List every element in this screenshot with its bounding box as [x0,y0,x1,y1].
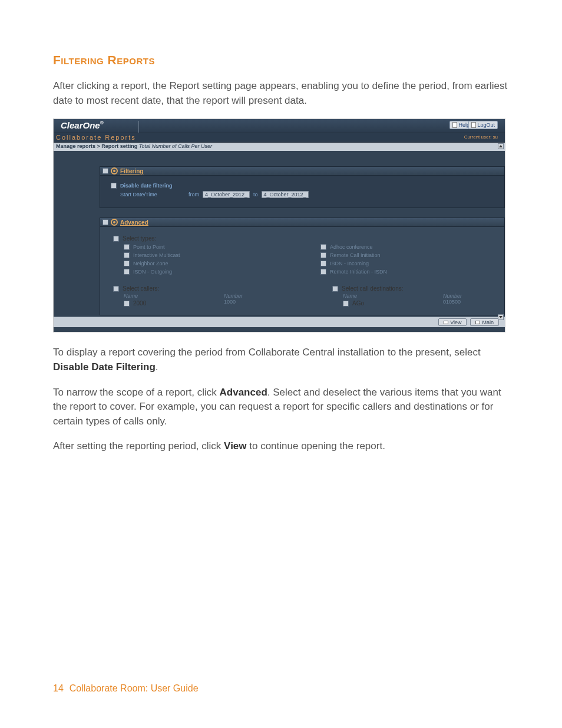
type-checkbox[interactable] [124,252,130,258]
advanced-panel-header[interactable]: Advanced [100,218,505,227]
view-button[interactable]: View [438,318,467,326]
caller-checkbox[interactable] [124,301,130,307]
select-destinations-checkbox[interactable] [332,286,338,292]
type-checkbox[interactable] [320,244,326,250]
app-body: Filtering Disable date filtering Start D… [54,151,505,332]
footer-bar: View Main [54,317,505,327]
app-screenshot: ClearOne® Help LogOut Collaborate Report… [53,118,505,332]
type-checkbox[interactable] [124,269,130,275]
type-label: Point to Point [133,244,165,250]
to-label: to [253,192,258,197]
window-icon [444,321,448,324]
type-checkbox[interactable] [320,261,326,266]
doc-icon [452,122,457,128]
type-label: Remote Call Initiation [330,252,381,258]
select-destinations-label: Select call destinations: [342,285,404,292]
type-label: ISDN - Outgoing [133,269,172,275]
advanced-panel-body: Select types: Point to Point Interactive… [100,227,505,315]
select-callers-checkbox[interactable] [113,286,119,292]
filtering-checkbox[interactable] [103,168,108,174]
date-from-input[interactable]: 4_October_2012_ [203,191,250,198]
filtering-panel-header[interactable]: Filtering [100,166,505,176]
page-footer: 14Collaborate Room: User Guide [53,683,199,694]
paragraph-view: After setting the reporting period, clic… [53,439,509,454]
caller-number: 1000 [224,299,306,308]
type-checkbox[interactable] [320,252,326,258]
window-icon [475,321,480,324]
dest-checkbox[interactable] [343,301,349,307]
filtering-panel-body: Disable date filtering Start Date/Time f… [100,176,505,208]
dest-number: 010500 [443,299,525,308]
select-types-checkbox[interactable] [113,236,119,242]
type-checkbox[interactable] [124,244,130,250]
select-callers-label: Select callers: [123,285,159,292]
disable-date-checkbox[interactable] [111,183,117,189]
advanced-label: Advanced [120,219,148,226]
advanced-checkbox[interactable] [103,219,108,225]
logo: ClearOne® [61,120,104,130]
expand-icon [111,167,118,174]
type-label: Interactive Multicast [133,252,180,258]
subheader: Collaborate Reports Current user: su [54,133,505,143]
type-label: Neighbor Zone [133,261,168,266]
app-header: ClearOne® Help LogOut [54,119,505,133]
start-date-label: Start Date/Time [120,192,185,197]
tab-area [138,121,315,133]
current-user: Current user: su [464,134,498,140]
type-label: Adhoc conference [330,244,373,250]
scroll-down-button[interactable] [498,314,504,320]
type-checkbox[interactable] [320,269,326,275]
dest-name: AGo [352,300,364,307]
doc-icon [471,122,476,128]
filtering-label: Filtering [120,168,143,174]
section-title: Filtering Reports [53,53,509,67]
caller-name: 2000 [133,300,146,307]
main-button[interactable]: Main [470,318,499,326]
paragraph-disable-date: To display a report covering the period … [53,345,509,374]
breadcrumb: Manage reports > Report setting Total Nu… [54,143,505,151]
date-to-input[interactable]: 4_October_2012_ [262,191,309,198]
paragraph-advanced: To narrow the scope of a report, click A… [53,386,509,429]
disable-date-label: Disable date filtering [120,183,173,189]
logout-button[interactable]: LogOut [468,121,498,129]
intro-paragraph: After clicking a report, the Report sett… [53,79,509,108]
from-label: from [189,192,199,197]
type-checkbox[interactable] [124,261,130,266]
app-subtitle: Collaborate Reports [56,134,136,141]
type-label: Remote Initiation - ISDN [330,269,387,275]
type-label: ISDN - Incoming [330,261,369,266]
scroll-up-button[interactable] [498,143,504,149]
expand-icon [111,219,118,226]
select-types-label: Select types: [123,235,156,242]
